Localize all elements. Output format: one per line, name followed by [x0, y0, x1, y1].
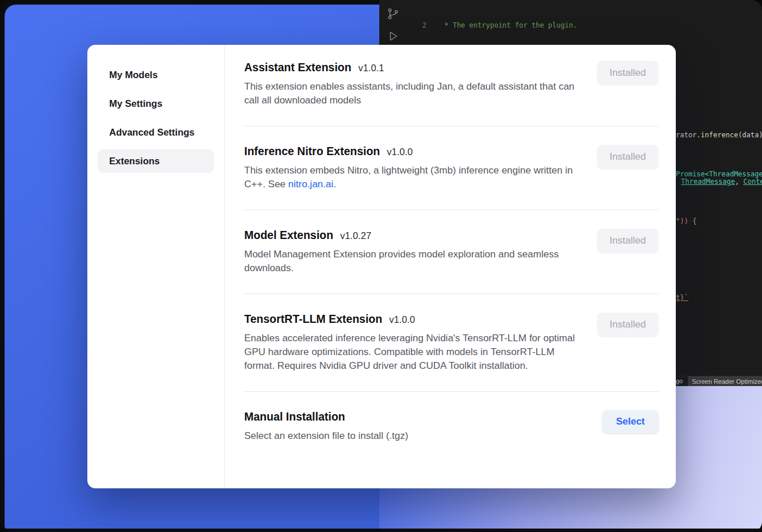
- code-fragment: ")) {: [676, 217, 696, 225]
- row-divider: [244, 126, 659, 126]
- extension-row: TensortRT-LLM Extension v1.0.0 Enables a…: [244, 313, 659, 392]
- code-line: 2 * The entrypoint for the plugin.: [379, 21, 762, 30]
- extension-row: Assistant Extension v1.0.1 This extensio…: [244, 61, 659, 126]
- row-divider: [244, 294, 659, 294]
- row-divider: [244, 391, 659, 392]
- manual-installation-title: Manual Installation: [244, 410, 345, 423]
- extension-version: v1.0.27: [340, 230, 371, 241]
- extension-description: This extension embeds Nitro, a lightweig…: [244, 164, 576, 191]
- code-fragment: t}`: [676, 294, 688, 302]
- select-file-button[interactable]: Select: [602, 410, 659, 433]
- installed-button[interactable]: Installed: [597, 313, 659, 337]
- manual-installation-row: Manual Installation Select an extension …: [244, 410, 659, 443]
- code-fragment: Promise<ThreadMessage>: [676, 170, 762, 178]
- code-fragment: rator.inference(data));: [676, 131, 762, 139]
- settings-modal: My Models My Settings Advanced Settings …: [87, 45, 676, 488]
- extension-name: TensortRT-LLM Extension: [244, 313, 382, 326]
- extension-row: Model Extension v1.0.27 Model Management…: [244, 229, 659, 294]
- sidebar-nav: My Models My Settings Advanced Settings …: [87, 63, 224, 173]
- manual-installation-description: Select an extension file to install (.tg…: [244, 429, 408, 443]
- installed-button[interactable]: Installed: [597, 229, 659, 253]
- extension-list: Assistant Extension v1.0.1 This extensio…: [244, 61, 659, 392]
- settings-sidebar: My Models My Settings Advanced Settings …: [87, 45, 225, 488]
- sidebar-item-my-settings[interactable]: My Settings: [98, 92, 214, 115]
- installed-button[interactable]: Installed: [597, 145, 659, 169]
- sidebar-item-advanced-settings[interactable]: Advanced Settings: [98, 121, 214, 144]
- extension-description: This extension enables assistants, inclu…: [244, 80, 576, 107]
- installed-button[interactable]: Installed: [597, 61, 659, 85]
- statusbar-mode-text: go: [676, 377, 683, 384]
- line-code: * The entrypoint for the plugin.: [440, 21, 577, 30]
- extension-row: Inference Nitro Extension v1.0.0 This ex…: [244, 145, 659, 210]
- extension-name: Inference Nitro Extension: [244, 145, 380, 158]
- source-control-icon[interactable]: [387, 7, 399, 20]
- extension-description: Model Management Extension provides mode…: [244, 248, 576, 275]
- row-divider: [244, 210, 659, 210]
- run-icon[interactable]: [387, 30, 399, 43]
- extension-description: Enables accelerated inference leveraging…: [244, 331, 576, 373]
- extension-version: v1.0.0: [389, 314, 415, 325]
- extensions-panel: Assistant Extension v1.0.1 This extensio…: [225, 45, 676, 488]
- extension-link[interactable]: nitro.jan.ai.: [288, 179, 336, 190]
- extension-name: Assistant Extension: [244, 61, 351, 74]
- extension-name: Model Extension: [244, 229, 333, 242]
- extension-version: v1.0.0: [387, 147, 413, 157]
- sidebar-item-my-models[interactable]: My Models: [98, 63, 214, 87]
- screen-reader-statusbar-button[interactable]: Screen Reader Optimized: [688, 376, 762, 387]
- screen: 2 * The entrypoint for the plugin. 3 */ …: [0, 0, 762, 532]
- sidebar-item-extensions[interactable]: Extensions: [98, 149, 214, 173]
- extension-version: v1.0.1: [358, 63, 384, 74]
